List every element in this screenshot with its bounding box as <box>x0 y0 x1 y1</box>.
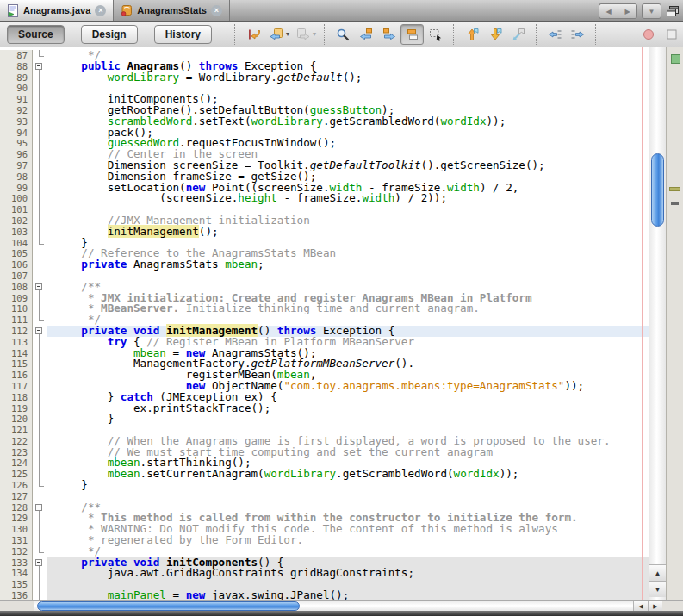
code-text[interactable]: * MBeanServer. Initialize thinking time … <box>47 303 649 314</box>
line-number: 124 <box>0 457 33 469</box>
horizontal-scrollbar[interactable]: ◀ ▶ <box>0 600 683 611</box>
source-editor[interactable]: 87 */88 public Anagrams() throws Excepti… <box>0 47 683 600</box>
code-text[interactable]: } <box>47 480 649 491</box>
code-text[interactable]: mbean.setCurrentAnagram(wordLibrary.getS… <box>47 469 649 480</box>
tab-list-dropdown-icon[interactable]: ▼ <box>642 3 661 19</box>
fold-collapse-icon[interactable] <box>35 327 42 334</box>
toggle-highlight-icon[interactable] <box>400 24 424 45</box>
fold-margin[interactable] <box>33 502 47 513</box>
fold-collapse-icon[interactable] <box>35 559 42 566</box>
vertical-scrollbar-thumb[interactable] <box>651 153 664 227</box>
previous-bookmark-icon[interactable] <box>460 24 483 45</box>
window-bottom-edge <box>0 611 683 616</box>
line-number: 92 <box>0 105 33 116</box>
fold-margin[interactable] <box>33 61 47 72</box>
tab-close-icon[interactable]: × <box>95 5 106 16</box>
scroll-down-icon[interactable]: ▼ <box>649 581 666 597</box>
scroll-tabs-left-icon[interactable]: ◀ <box>599 3 618 19</box>
fold-margin[interactable] <box>33 326 47 337</box>
scroll-left-icon[interactable]: ◀ <box>633 601 648 611</box>
code-text[interactable]: mainPanel = new javax.swing.JPanel(); <box>47 590 649 600</box>
fold-margin <box>33 128 47 139</box>
find-previous-icon[interactable] <box>354 24 377 45</box>
tab-close-icon[interactable]: × <box>211 5 222 16</box>
line-number: 103 <box>0 227 33 238</box>
line-number: 129 <box>0 513 33 524</box>
line-number: 123 <box>0 447 33 458</box>
find-icon[interactable] <box>331 24 354 45</box>
view-button-design[interactable]: Design <box>81 25 138 44</box>
rectangular-selection-icon[interactable] <box>424 24 447 45</box>
code-text[interactable] <box>47 491 649 502</box>
line-number: 102 <box>0 215 33 227</box>
line-number: 132 <box>0 546 33 557</box>
code-text[interactable]: private AnagramsStats mbean; <box>47 259 649 271</box>
fold-margin <box>33 568 47 579</box>
fold-margin <box>33 414 47 425</box>
caret-mark[interactable] <box>671 202 679 205</box>
navigate-back-dropdown-icon[interactable]: ▾ <box>286 30 289 38</box>
fold-margin <box>33 535 47 546</box>
fold-margin <box>33 513 47 524</box>
navigate-back-icon[interactable] <box>264 24 288 45</box>
view-button-source[interactable]: Source <box>7 25 65 44</box>
fold-collapse-icon[interactable] <box>35 504 42 511</box>
line-number: 98 <box>0 171 33 183</box>
line-number: 128 <box>0 502 33 513</box>
horizontal-scrollbar-thumb[interactable] <box>37 601 300 611</box>
line-number: 108 <box>0 282 33 293</box>
navigate-forward-icon[interactable] <box>291 24 314 45</box>
fold-margin <box>33 83 47 94</box>
fold-margin <box>33 546 47 557</box>
line-number: 117 <box>0 381 33 392</box>
fold-collapse-icon[interactable] <box>35 63 42 70</box>
fold-margin <box>33 348 47 359</box>
right-margin-line <box>642 47 643 600</box>
line-number: 90 <box>0 83 33 94</box>
code-text[interactable]: * regenerated by the Form Editor. <box>47 535 649 546</box>
fold-margin <box>33 403 47 414</box>
scroll-right-icon[interactable]: ▶ <box>648 601 662 611</box>
shift-line-right-icon[interactable] <box>566 24 589 45</box>
line-number: 93 <box>0 116 33 128</box>
editor-tab-anagramsstats[interactable]: AnagramsStats× <box>114 0 230 21</box>
line-number: 122 <box>0 436 33 447</box>
next-bookmark-icon[interactable] <box>483 24 506 45</box>
fold-margin[interactable] <box>33 282 47 293</box>
scroll-tabs-right-icon[interactable]: ▶ <box>618 3 637 19</box>
line-number: 116 <box>0 370 33 381</box>
code-text[interactable]: (screenSize.height - frameSize.width) / … <box>47 193 649 204</box>
fold-margin <box>33 491 47 502</box>
history-label: History <box>165 28 201 40</box>
find-next-icon[interactable] <box>377 24 400 45</box>
fold-collapse-icon[interactable] <box>35 283 42 290</box>
code-text[interactable]: java.awt.GridBagConstraints gridBagConst… <box>47 568 649 579</box>
maximize-window-icon[interactable] <box>666 4 680 18</box>
line-number: 111 <box>0 314 33 326</box>
code-text[interactable]: wordLibrary = WordLibrary.getDefault(); <box>47 72 649 84</box>
jump-last-edit-icon[interactable] <box>241 24 264 45</box>
warning-mark[interactable] <box>669 187 680 191</box>
error-stripe[interactable] <box>666 47 683 600</box>
code-text[interactable]: } <box>47 414 649 425</box>
line-number: 87 <box>0 50 33 61</box>
macro-record-icon[interactable] <box>636 24 660 45</box>
scroll-up-icon[interactable]: ▲ <box>649 564 666 581</box>
shift-line-left-icon[interactable] <box>543 24 566 45</box>
fold-margin <box>33 138 47 149</box>
code-text[interactable]: ex.printStackTrace(); <box>47 403 649 414</box>
editor-tab-anagrams-java[interactable]: Anagrams.java× <box>0 0 114 21</box>
fold-margin <box>33 50 47 61</box>
line-number: 101 <box>0 204 33 215</box>
code-line: 126 } <box>0 480 649 491</box>
fold-margin[interactable] <box>33 557 47 569</box>
macro-stop-icon[interactable] <box>660 24 683 45</box>
fold-margin <box>33 171 47 183</box>
fold-margin <box>33 238 47 249</box>
line-number: 114 <box>0 348 33 359</box>
view-button-history[interactable]: History <box>154 25 212 44</box>
code-text[interactable] <box>47 271 649 282</box>
code-text[interactable]: initManagement(); <box>47 227 649 238</box>
vertical-scrollbar[interactable]: ▲ ▼ <box>649 47 666 600</box>
toggle-bookmark-icon[interactable] <box>506 24 530 45</box>
